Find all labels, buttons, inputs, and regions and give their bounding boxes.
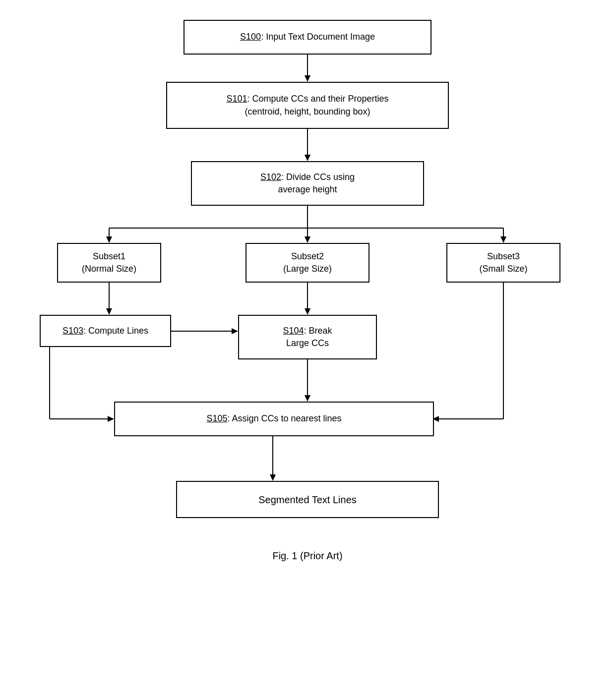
svg-marker-1: [305, 75, 310, 82]
s101-box: S101: Compute CCs and their Properties(c…: [166, 82, 449, 129]
svg-marker-7: [106, 236, 112, 243]
segmented-label: Segmented Text Lines: [258, 493, 357, 507]
svg-marker-28: [270, 474, 276, 481]
subset2-box: Subset2(Large Size): [246, 243, 369, 283]
figure-caption: Fig. 1 (Prior Art): [0, 550, 615, 562]
diagram-container: S100: Input Text Document Image S101: Co…: [0, 0, 615, 700]
svg-marker-9: [305, 236, 310, 243]
subset1-label: Subset1(Normal Size): [82, 250, 136, 275]
s105-label: S105: Assign CCs to nearest lines: [206, 412, 341, 425]
s104-label: S104: BreakLarge CCs: [283, 325, 332, 350]
s100-label: S100: Input Text Document Image: [240, 31, 375, 43]
s102-box: S102: Divide CCs usingaverage height: [191, 161, 424, 206]
s101-label: S101: Compute CCs and their Properties(c…: [226, 93, 388, 117]
s103-label: S103: Compute Lines: [62, 325, 148, 337]
subset3-box: Subset3(Small Size): [446, 243, 560, 283]
s100-box: S100: Input Text Document Image: [184, 20, 431, 55]
segmented-box: Segmented Text Lines: [176, 481, 439, 518]
s105-box: S105: Assign CCs to nearest lines: [114, 402, 434, 436]
svg-marker-20: [305, 395, 310, 402]
subset1-box: Subset1(Normal Size): [57, 243, 161, 283]
subset2-label: Subset2(Large Size): [283, 250, 332, 275]
svg-marker-23: [108, 416, 114, 422]
s102-label: S102: Divide CCs usingaverage height: [260, 171, 355, 196]
svg-marker-14: [106, 308, 112, 315]
subset3-label: Subset3(Small Size): [479, 250, 527, 275]
svg-marker-3: [305, 155, 310, 161]
s104-box: S104: BreakLarge CCs: [238, 315, 377, 359]
svg-marker-12: [500, 236, 506, 243]
svg-marker-18: [232, 328, 238, 334]
svg-marker-16: [305, 308, 310, 315]
s103-box: S103: Compute Lines: [40, 315, 171, 347]
